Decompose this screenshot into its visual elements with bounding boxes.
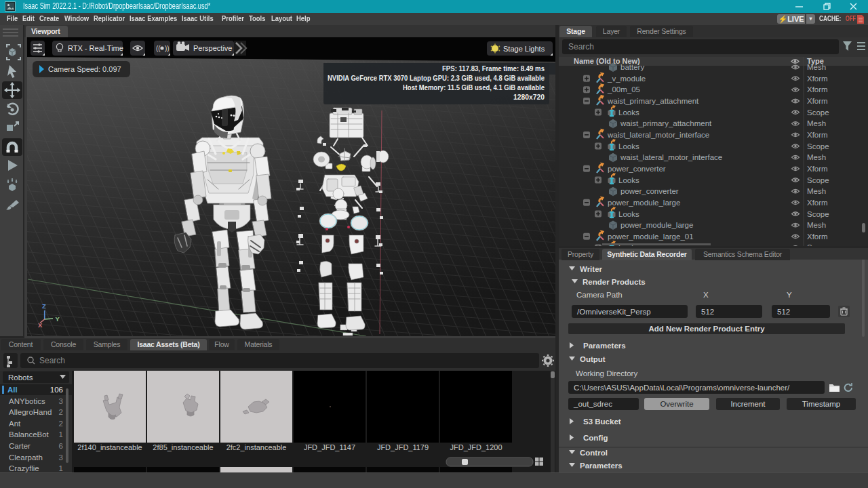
svg-text:((: (( xyxy=(156,45,161,52)
svg-text:Mesh: Mesh xyxy=(807,187,826,195)
svg-text:power_module_large: power_module_large xyxy=(608,199,680,207)
svg-text:battery: battery xyxy=(620,63,644,71)
svg-text:waist_lateral_motor_interface: waist_lateral_motor_interface xyxy=(607,131,709,139)
svg-text:512: 512 xyxy=(777,308,790,316)
svg-text:power_converter: power_converter xyxy=(620,187,679,195)
svg-text:Crazyflie: Crazyflie xyxy=(9,464,39,472)
svg-text:Looks: Looks xyxy=(618,210,639,218)
svg-text:waist_lateral_motor_interface: waist_lateral_motor_interface xyxy=(620,153,722,161)
svg-text:Carter: Carter xyxy=(9,442,31,450)
svg-text:Overwrite: Overwrite xyxy=(660,400,693,408)
svg-text:Camera Speed: 0.097: Camera Speed: 0.097 xyxy=(48,65,121,73)
svg-text:Looks: Looks xyxy=(618,176,639,184)
svg-text:Config: Config xyxy=(583,434,608,442)
svg-text:Search: Search xyxy=(39,356,65,365)
svg-text:ANYbotics: ANYbotics xyxy=(9,397,45,405)
svg-text:Xform: Xform xyxy=(807,131,828,139)
svg-text:Z: Z xyxy=(42,302,46,310)
svg-text:_out_sdrec: _out_sdrec xyxy=(573,400,612,408)
svg-text:Y: Y xyxy=(56,315,60,323)
svg-text:AllegroHand: AllegroHand xyxy=(9,408,52,416)
svg-text:Add New Render Product Entry: Add New Render Product Entry xyxy=(648,325,765,333)
svg-text:_v_module: _v_module xyxy=(607,75,646,83)
svg-text:Search: Search xyxy=(568,42,594,52)
svg-text:BalanceBot: BalanceBot xyxy=(9,430,50,439)
svg-text:Xform: Xform xyxy=(807,165,828,173)
svg-text:Camera Path: Camera Path xyxy=(576,291,623,299)
svg-text:Host Memory: 11.5 GiB used, 4.: Host Memory: 11.5 GiB used, 4.1 GiB avai… xyxy=(403,83,545,92)
svg-text:Perspective: Perspective xyxy=(193,44,232,52)
svg-text:X: X xyxy=(703,291,709,299)
svg-text:Output: Output xyxy=(580,355,606,363)
svg-text:Working Directory: Working Directory xyxy=(576,369,637,378)
svg-text:2fc2_instanceable: 2fc2_instanceable xyxy=(226,443,287,451)
svg-text:Mesh: Mesh xyxy=(807,119,826,127)
svg-text:Control: Control xyxy=(580,449,608,457)
svg-text:2: 2 xyxy=(59,408,63,416)
svg-text:/OmniverseKit_Persp: /OmniverseKit_Persp xyxy=(577,308,651,316)
svg-text:Parameters: Parameters xyxy=(580,462,623,470)
svg-text:Robots: Robots xyxy=(8,373,33,382)
svg-text:waist_primary_attachment: waist_primary_attachment xyxy=(620,119,712,127)
svg-text:NVIDIA GeForce RTX 3070 Laptop: NVIDIA GeForce RTX 3070 Laptop GPU: 2.3 … xyxy=(328,74,545,82)
svg-text:X: X xyxy=(38,321,43,329)
svg-text:power_module_large: power_module_large xyxy=(620,221,693,229)
svg-text:Scope: Scope xyxy=(807,142,829,150)
svg-text:All: All xyxy=(7,386,18,394)
svg-text:JFD_JFD_1200: JFD_JFD_1200 xyxy=(450,443,502,451)
svg-text:2f85_instanceable: 2f85_instanceable xyxy=(153,443,213,451)
svg-text:Xform: Xform xyxy=(807,199,828,207)
svg-text:Clearpath: Clearpath xyxy=(9,453,43,462)
svg-text:Mesh: Mesh xyxy=(807,153,826,161)
svg-text:3: 3 xyxy=(59,397,63,405)
svg-text:3: 3 xyxy=(59,453,63,462)
svg-text:Xform: Xform xyxy=(807,232,828,241)
svg-text:1: 1 xyxy=(59,430,63,439)
svg-text:868x488: 868x488 xyxy=(513,93,545,101)
svg-text:512: 512 xyxy=(701,308,714,316)
svg-text:JFD_JFD_1147: JFD_JFD_1147 xyxy=(304,443,355,451)
svg-text:FPS: 117.83, Frame time: 8.49: FPS: 117.83, Frame time: 8.49 ms xyxy=(442,64,545,73)
svg-text:6: 6 xyxy=(59,442,63,450)
svg-text:Writer: Writer xyxy=(580,265,603,273)
svg-text:Xform: Xform xyxy=(807,85,828,94)
svg-text:Increment: Increment xyxy=(730,400,766,408)
svg-text:2f140_instanceable: 2f140_instanceable xyxy=(77,443,142,451)
svg-text:Parameters: Parameters xyxy=(583,342,626,350)
svg-text:Xform: Xform xyxy=(807,97,828,105)
svg-text:Looks: Looks xyxy=(618,108,639,117)
svg-text:_00m_05: _00m_05 xyxy=(607,85,640,94)
svg-text:Scope: Scope xyxy=(807,210,829,218)
svg-text:Y: Y xyxy=(787,291,792,299)
svg-text:waist_primary_attachment: waist_primary_attachment xyxy=(607,97,699,105)
svg-text:C:\Users\ASUS\AppData\Local\Pr: C:\Users\ASUS\AppData\Local\Programs\omn… xyxy=(574,384,790,392)
svg-text:S3 Bucket: S3 Bucket xyxy=(583,418,621,426)
svg-text:Looks: Looks xyxy=(618,142,639,150)
svg-text:Scope: Scope xyxy=(807,243,829,246)
svg-text:1: 1 xyxy=(59,464,63,472)
svg-text:Mesh: Mesh xyxy=(807,221,826,229)
svg-text:RTX - Real-Time: RTX - Real-Time xyxy=(68,44,123,52)
svg-text:Ant: Ant xyxy=(9,420,21,428)
svg-text:Scope: Scope xyxy=(807,108,829,117)
svg-text:Xform: Xform xyxy=(807,75,828,83)
svg-text:JFD_JFD_1179: JFD_JFD_1179 xyxy=(377,443,429,451)
svg-text:Scope: Scope xyxy=(807,176,829,184)
svg-text:Timestamp: Timestamp xyxy=(802,400,840,408)
svg-text:power_converter: power_converter xyxy=(608,165,666,173)
svg-text:2: 2 xyxy=(59,420,63,428)
svg-text:106: 106 xyxy=(50,386,63,394)
svg-text:Render Products: Render Products xyxy=(583,278,646,286)
svg-text:power_module_large_01: power_module_large_01 xyxy=(608,232,694,241)
svg-text:Stage Lights: Stage Lights xyxy=(503,45,545,53)
svg-text:Mesh: Mesh xyxy=(807,63,826,71)
